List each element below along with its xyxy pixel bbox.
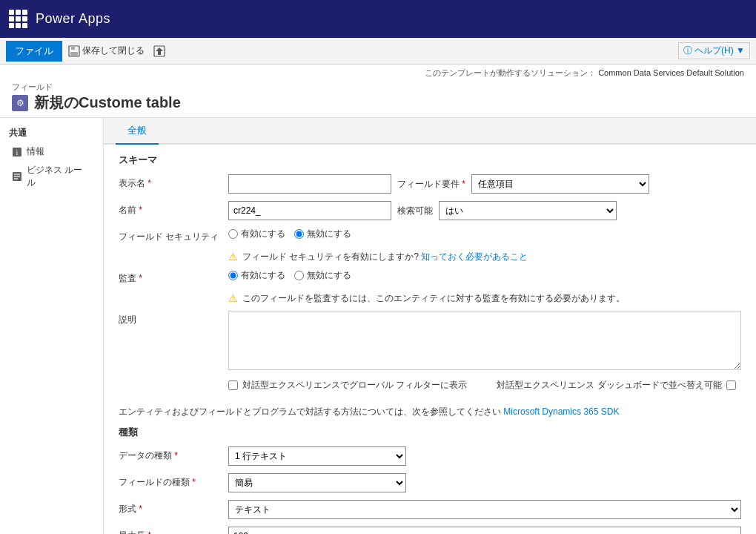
- field-security-enable-option[interactable]: 有効にする: [228, 228, 285, 240]
- max-length-controls: [228, 527, 741, 534]
- page-title: 新規のCustome table: [34, 93, 181, 113]
- audit-warning-row: ⚠ このフィールドを監査するには、このエンティティに対する監査を有効にする必要が…: [228, 292, 741, 305]
- conv-filter-label: 対話型エクスペリエンスでグローバル フィルターに表示: [242, 380, 467, 390]
- conv-dashboard-item: 対話型エクスペリエンス ダッシュボードで並べ替え可能: [497, 380, 735, 392]
- field-security-enable-radio[interactable]: [228, 229, 238, 239]
- sdk-link[interactable]: Microsoft Dynamics 365 SDK: [503, 406, 619, 417]
- help-button[interactable]: ⓘ ヘルプ(H) ▼: [678, 42, 750, 59]
- name-controls: 検索可能 はい いいえ: [228, 201, 741, 220]
- display-name-input[interactable]: [228, 174, 391, 194]
- file-tab[interactable]: ファイル: [6, 41, 62, 62]
- toolbar: ファイル 保存して閉じる ⓘ ヘルプ(H) ▼: [0, 38, 756, 65]
- field-security-radio-group: 有効にする 無効にする: [228, 228, 351, 240]
- app-grid-icon[interactable]: [9, 10, 28, 29]
- audit-row: 監査 * 有効にする 無効にする: [119, 269, 741, 285]
- rule-icon: [12, 171, 22, 182]
- format-select[interactable]: テキスト メール テキスト エリア URL ティッカー シンボル 電話: [228, 500, 741, 519]
- max-length-label: 最大長 *: [119, 527, 222, 534]
- searchable-label: 検索可能: [397, 205, 433, 217]
- conv-dashboard-label: 対話型エクスペリエンス ダッシュボードで並べ替え可能: [497, 380, 721, 390]
- audit-enable-option[interactable]: 有効にする: [228, 269, 285, 282]
- sidebar: 共通 i 情報 ビジネス ルール: [0, 118, 104, 534]
- field-security-row: フィールド セキュリティ 有効にする 無効にする: [119, 228, 741, 243]
- conversational-controls: 対話型エクスペリエンスでグローバル フィルターに表示 対話型エクスペリエンス ダ…: [228, 380, 741, 399]
- save-button[interactable]: 保存して閉じる: [65, 43, 147, 59]
- help-label: ヘルプ(H): [694, 45, 734, 56]
- field-type-label: フィールドの種類 *: [119, 473, 222, 489]
- audit-label: 監査 *: [119, 269, 222, 285]
- field-type-controls: 簡易 計算済み ロールアップ: [228, 473, 741, 492]
- display-name-row: 表示名 * フィールド要件 * 任意項目: [119, 174, 741, 194]
- svg-text:i: i: [16, 148, 19, 156]
- field-security-disable-radio[interactable]: [294, 229, 304, 239]
- conv-dashboard-checkbox[interactable]: [726, 380, 736, 390]
- max-length-row: 最大長 *: [119, 527, 741, 534]
- description-label: 説明: [119, 311, 222, 326]
- audit-disable-radio[interactable]: [294, 271, 304, 280]
- types-section-title: 種類: [119, 426, 741, 439]
- field-required-label: フィールド要件 *: [397, 178, 465, 191]
- display-name-label: 表示名 *: [119, 174, 222, 190]
- field-type-row: フィールドの種類 * 簡易 計算済み ロールアップ: [119, 473, 741, 492]
- display-name-controls: フィールド要件 * 任意項目: [228, 174, 741, 194]
- content-area: 共通 i 情報 ビジネス ルール 全般 スキーマ: [0, 118, 756, 534]
- help-dropdown-icon: ▼: [736, 45, 745, 56]
- field-security-controls: 有効にする 無効にする: [228, 228, 741, 240]
- conversational-row: 対話型エクスペリエンスでグローバル フィルターに表示 対話型エクスペリエンス ダ…: [119, 380, 741, 399]
- data-type-controls: 1 行テキスト 複数行テキスト 整数: [228, 446, 741, 466]
- svg-rect-2: [70, 52, 78, 56]
- sidebar-item-info[interactable]: i 情報: [0, 142, 103, 161]
- field-security-disable-option[interactable]: 無効にする: [294, 228, 351, 240]
- tab-general[interactable]: 全般: [116, 118, 159, 145]
- data-type-select[interactable]: 1 行テキスト 複数行テキスト 整数: [228, 446, 406, 466]
- main-area: 全般 スキーマ 表示名 * フィールド要件 * 任意項目: [104, 118, 756, 534]
- info-icon: i: [12, 147, 22, 157]
- sidebar-item-rule-label: ビジネス ルール: [27, 164, 91, 189]
- form-body: スキーマ 表示名 * フィールド要件 * 任意項目: [104, 145, 756, 534]
- name-row: 名前 * 検索可能 はい いいえ: [119, 201, 741, 220]
- description-row: 説明: [119, 311, 741, 372]
- save-close-label: 保存して閉じる: [82, 44, 145, 57]
- checkbox-row: 対話型エクスペリエンスでグローバル フィルターに表示 対話型エクスペリエンス ダ…: [228, 380, 736, 392]
- entity-info-label: エンティティおよびフィールドとプログラムで対話する方法については、次を参照してく…: [119, 406, 501, 417]
- max-length-input[interactable]: [228, 527, 741, 534]
- audit-enable-radio[interactable]: [228, 271, 238, 280]
- format-controls: テキスト メール テキスト エリア URL ティッカー シンボル 電話: [228, 500, 741, 519]
- data-type-label: データの種類 *: [119, 446, 222, 462]
- searchable-select[interactable]: はい いいえ: [439, 201, 617, 220]
- name-input[interactable]: [228, 201, 391, 220]
- conv-filter-checkbox[interactable]: [228, 380, 238, 390]
- tab-bar: 全般: [104, 118, 756, 145]
- help-icon: ⓘ: [683, 45, 692, 56]
- solution-bar: このテンプレートが動作するソリューション： Common Data Servic…: [12, 67, 744, 79]
- sidebar-item-business-rule[interactable]: ビジネス ルール: [0, 161, 103, 192]
- description-textarea[interactable]: [228, 311, 741, 370]
- breadcrumb: フィールド: [12, 82, 181, 93]
- app-title: Power Apps: [36, 11, 110, 27]
- top-bar: Power Apps: [0, 0, 756, 38]
- gear-icon: ⚙: [12, 95, 28, 111]
- warning-icon-audit: ⚠: [228, 292, 238, 304]
- solution-value: Common Data Services Default Solution: [598, 68, 744, 77]
- field-type-select[interactable]: 簡易 計算済み ロールアップ: [228, 473, 406, 492]
- format-label: 形式 *: [119, 500, 222, 515]
- audit-controls: 有効にする 無効にする: [228, 269, 741, 282]
- publish-button[interactable]: [150, 44, 168, 59]
- warning-icon-security: ⚠: [228, 251, 238, 263]
- field-security-link[interactable]: 知っておく必要があること: [421, 251, 528, 262]
- svg-marker-4: [156, 47, 163, 55]
- title-row: フィールド ⚙ 新規のCustome table: [12, 82, 744, 113]
- field-security-label: フィールド セキュリティ: [119, 228, 222, 243]
- svg-rect-1: [71, 46, 75, 50]
- audit-radio-group: 有効にする 無効にする: [228, 269, 351, 282]
- audit-disable-option[interactable]: 無効にする: [294, 269, 351, 282]
- sdk-link-row: エンティティおよびフィールドとプログラムで対話する方法については、次を参照してく…: [119, 406, 741, 418]
- field-required-select[interactable]: 任意項目: [471, 174, 649, 194]
- format-row: 形式 * テキスト メール テキスト エリア URL ティッカー シンボル 電話: [119, 500, 741, 519]
- field-security-warning-row: ⚠ フィールド セキュリティを有効にしますか? 知っておく必要があること: [228, 251, 741, 263]
- publish-icon: [153, 45, 165, 57]
- solution-label: このテンプレートが動作するソリューション：: [425, 68, 596, 77]
- name-label: 名前 *: [119, 201, 222, 217]
- audit-warning-text: このフィールドを監査するには、このエンティティに対する監査を有効にする必要があり…: [242, 292, 625, 305]
- description-controls: [228, 311, 741, 372]
